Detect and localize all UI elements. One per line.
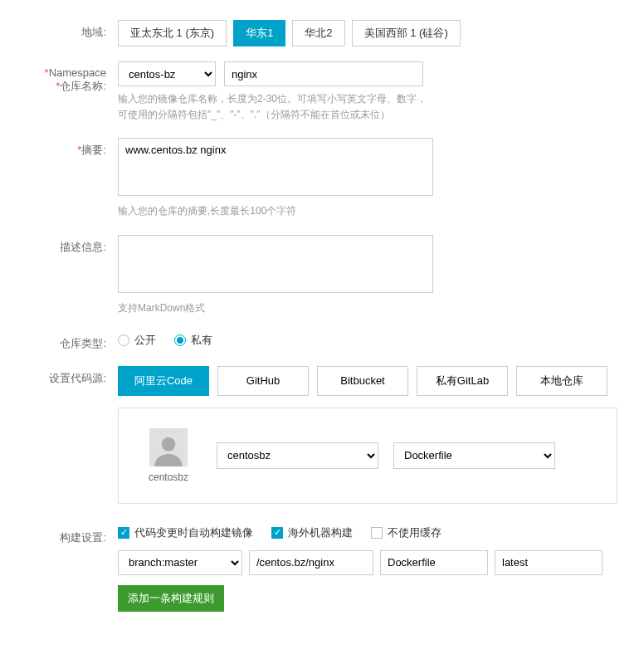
row-region: 地域: 亚太东北 1 (东京) 华东1 华北2 美国西部 1 (硅谷): [10, 20, 634, 46]
row-source: 设置代码源: 阿里云Code GitHub Bitbucket 私有GitLab…: [10, 366, 634, 504]
radio-icon: [174, 334, 186, 346]
row-summary: *摘要: www.centos.bz nginx 输入您的仓库的摘要,长度最长1…: [10, 138, 634, 219]
region-buttons: 亚太东北 1 (东京) 华东1 华北2 美国西部 1 (硅谷): [118, 20, 634, 46]
build-rule-row: branch:master: [118, 550, 617, 575]
source-tab[interactable]: Bitbucket: [317, 366, 408, 396]
desc-helper: 支持MarkDown格式: [118, 300, 617, 316]
summary-helper: 输入您的仓库的摘要,长度最长100个字符: [118, 203, 617, 219]
label-region: 地域:: [10, 20, 118, 40]
user-icon: [152, 433, 185, 466]
build-path-input[interactable]: [249, 550, 373, 575]
check-auto-build[interactable]: ✓ 代码变更时自动构建镜像: [118, 525, 253, 540]
desc-field: 支持MarkDown格式: [118, 235, 634, 316]
source-tab[interactable]: 私有GitLab: [417, 366, 508, 396]
source-tab[interactable]: GitHub: [217, 366, 309, 396]
build-tag-input[interactable]: [495, 550, 603, 575]
add-rule-button[interactable]: 添加一条构建规则: [118, 585, 224, 612]
build-field: ✓ 代码变更时自动构建镜像 ✓ 海外机器构建 不使用缓存 branch:mast…: [118, 525, 634, 612]
repo-name-input[interactable]: [224, 61, 423, 86]
source-box: centosbz centosbz Dockerfile: [118, 408, 617, 504]
label-repo-type: 仓库类型:: [10, 331, 118, 351]
svg-point-0: [162, 437, 176, 452]
namespace-select[interactable]: centos-bz: [118, 61, 216, 86]
namespace-field: centos-bz 输入您的镜像仓库名称，长度为2-30位。可填写小写英文字母、…: [118, 61, 634, 123]
radio-private[interactable]: 私有: [174, 333, 212, 348]
row-build: 构建设置: ✓ 代码变更时自动构建镜像 ✓ 海外机器构建 不使用缓存 branc: [10, 525, 634, 612]
label-summary: *摘要:: [10, 138, 118, 158]
desc-textarea[interactable]: [118, 235, 433, 293]
check-overseas[interactable]: ✓ 海外机器构建: [271, 525, 353, 540]
repo-helper-text: 输入您的镜像仓库名称，长度为2-30位。可填写小写英文字母、数字，可使用的分隔符…: [118, 91, 433, 123]
branch-select[interactable]: branch:master: [118, 550, 242, 575]
label-source: 设置代码源:: [10, 366, 118, 386]
source-tab[interactable]: 本地仓库: [516, 366, 607, 396]
radio-icon: [118, 334, 129, 346]
avatar: [149, 428, 188, 466]
source-tabs: 阿里云Code GitHub Bitbucket 私有GitLab 本地仓库: [118, 366, 617, 396]
region-option[interactable]: 亚太东北 1 (东京): [118, 20, 227, 46]
label-build: 构建设置:: [10, 525, 118, 545]
summary-textarea[interactable]: www.centos.bz nginx: [118, 138, 433, 196]
row-repo-type: 仓库类型: 公开 私有: [10, 331, 634, 351]
source-dockerfile-select[interactable]: Dockerfile: [393, 442, 555, 469]
region-option[interactable]: 美国西部 1 (硅谷): [352, 20, 461, 46]
label-namespace: *Namespace *仓库名称:: [10, 61, 118, 94]
source-username: centosbz: [135, 471, 202, 483]
label-desc: 描述信息:: [10, 235, 118, 255]
source-user: centosbz: [135, 428, 202, 483]
checkbox-icon: ✓: [118, 527, 129, 539]
summary-field: www.centos.bz nginx 输入您的仓库的摘要,长度最长100个字符: [118, 138, 634, 219]
radio-public[interactable]: 公开: [118, 333, 156, 348]
repo-type-field: 公开 私有: [118, 331, 634, 348]
create-repo-form: 地域: 亚太东北 1 (东京) 华东1 华北2 美国西部 1 (硅谷) *Nam…: [0, 0, 644, 637]
checkbox-icon: ✓: [271, 527, 283, 539]
build-dockerfile-input[interactable]: [380, 550, 488, 575]
source-field: 阿里云Code GitHub Bitbucket 私有GitLab 本地仓库 c…: [118, 366, 634, 504]
region-option[interactable]: 华北2: [292, 20, 344, 46]
row-namespace: *Namespace *仓库名称: centos-bz 输入您的镜像仓库名称，长…: [10, 61, 634, 123]
source-tab[interactable]: 阿里云Code: [118, 366, 209, 396]
check-no-cache[interactable]: 不使用缓存: [371, 525, 442, 540]
source-repo-select[interactable]: centosbz: [217, 442, 378, 469]
row-desc: 描述信息: 支持MarkDown格式: [10, 235, 634, 316]
build-checks: ✓ 代码变更时自动构建镜像 ✓ 海外机器构建 不使用缓存: [118, 525, 617, 540]
checkbox-icon: [371, 527, 383, 539]
region-option[interactable]: 华东1: [233, 20, 285, 46]
